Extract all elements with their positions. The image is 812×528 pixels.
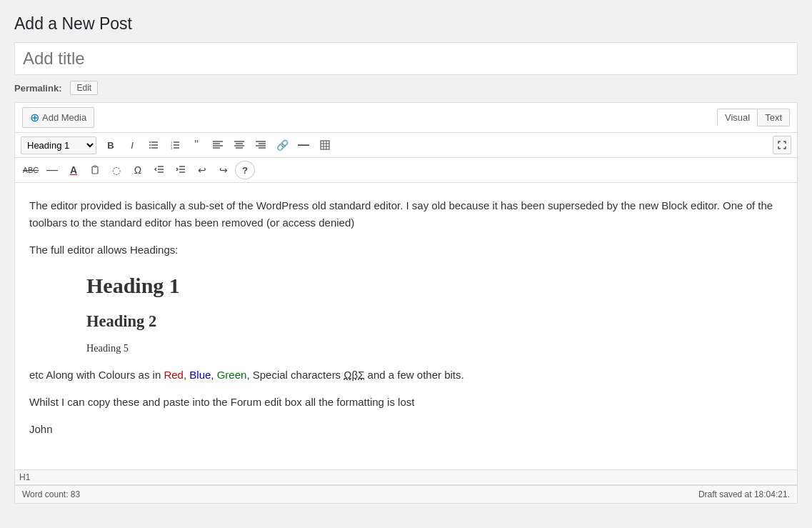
add-media-icon: ⊕ [30,111,39,124]
comma-2: , [211,369,214,381]
permalink-label: Permalink: [14,83,61,94]
content-paragraph-colors: etc Along with Colours as in Red, Blue, … [29,367,783,384]
comma-1: , [184,369,186,381]
ordered-list-button[interactable]: 123 [165,136,185,154]
add-media-label: Add Media [42,112,86,123]
tab-visual[interactable]: Visual [717,109,757,126]
undo-button[interactable]: ↩ [192,161,212,179]
permalink-edit-button[interactable]: Edit [70,81,98,95]
italic-button[interactable]: I [122,136,142,154]
word-count-text: Word count: 83 [22,489,80,499]
editor-tab-group: Visual Text [717,109,790,126]
page-title: Add a New Post [14,14,798,34]
draft-saved-text: Draft saved at 18:04:21. [698,489,790,499]
content-paragraph-paste: Whilst I can copy these and paste into t… [29,394,783,411]
keyboard-shortcuts-button[interactable]: ? [235,161,255,179]
blockquote-button[interactable]: " [186,136,206,154]
svg-point-3 [149,141,151,143]
format-select[interactable]: Heading 1 Paragraph Heading 2 Heading 3 … [21,136,96,154]
h1-indicator: H1 [15,469,797,485]
expand-editor-button[interactable] [773,136,791,154]
special-char-button[interactable]: Ω [128,161,148,179]
editor-header: ⊕ Add Media Visual Text [15,103,797,133]
horizontal-rule-button[interactable]: — [294,136,314,154]
toolbar-row-2: ABC — A ◌ Ω ↩ ↪ ? [15,158,797,183]
special-chars-text: ΩβΣ [344,369,364,381]
svg-point-4 [149,144,151,146]
content-paragraph-1: The editor provided is basically a sub-s… [29,197,783,231]
redo-button[interactable]: ↪ [214,161,234,179]
content-heading-1: Heading 1 [86,269,783,303]
colors-prefix: etc Along with Colours as in [29,369,164,381]
permalink-bar: Permalink: Edit [14,81,798,95]
word-count-label: Word count: [22,489,68,499]
align-center-button[interactable] [229,136,249,154]
post-title-input[interactable] [14,42,798,75]
content-paragraph-2: The full editor allows Headings: [29,241,783,259]
editor-content-area[interactable]: The editor provided is basically a sub-s… [15,183,797,469]
svg-rect-30 [94,166,96,167]
link-button[interactable]: 🔗 [272,136,292,154]
tab-text[interactable]: Text [757,109,790,126]
editor-container: ⊕ Add Media Visual Text Heading 1 Paragr… [14,102,798,504]
table-button[interactable] [315,136,335,154]
align-left-button[interactable] [208,136,228,154]
svg-text:3: 3 [171,146,173,150]
content-signature: John [29,421,783,438]
indent-button[interactable] [171,161,191,179]
special-chars-prefix: Special characters [250,369,344,381]
clear-formatting-button[interactable]: ◌ [106,161,126,179]
svg-point-5 [149,147,151,149]
bold-button[interactable]: B [101,136,121,154]
word-count-value: 83 [71,489,80,499]
add-media-button[interactable]: ⊕ Add Media [22,107,94,128]
content-heading-2: Heading 2 [86,309,783,334]
strikethrough-button[interactable]: ABC [21,161,41,179]
outdent-button[interactable] [149,161,169,179]
svg-rect-24 [321,141,329,149]
align-right-button[interactable] [251,136,271,154]
word-count-bar: Word count: 83 Draft saved at 18:04:21. [15,485,797,503]
text-color-button[interactable]: A [64,161,84,179]
toolbar-row-1: Heading 1 Paragraph Heading 2 Heading 3 … [15,133,797,158]
color-red-text: Red [164,369,184,381]
hr-button[interactable]: — [42,161,62,179]
color-green-text: Green [217,369,247,381]
special-chars-suffix: and a few other bits. [364,369,463,381]
paste-text-button[interactable] [85,161,105,179]
unordered-list-button[interactable] [144,136,164,154]
color-blue-text: Blue [189,369,211,381]
content-heading-5: Heading 5 [86,340,783,357]
